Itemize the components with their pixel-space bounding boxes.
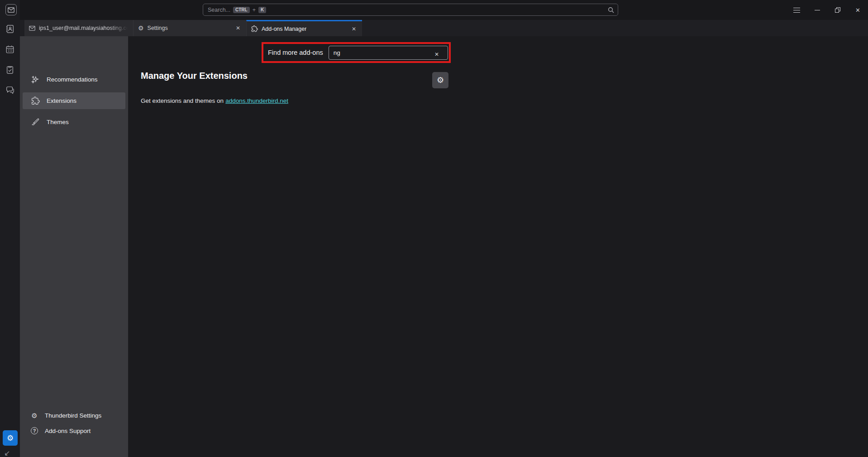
tab-label: Add-ons Manager	[262, 26, 306, 32]
mail-icon	[29, 26, 35, 31]
tab-bar: ips1_user@mail.malaysiahosting.com.m ⚙ S…	[20, 20, 868, 36]
hamburger-icon	[793, 8, 800, 13]
extensions-pane: Find more add-ons ✕ Manage Your Extensio…	[128, 36, 868, 457]
close-icon: ✕	[855, 7, 860, 13]
brush-icon	[30, 118, 40, 126]
k-key-badge: K	[258, 7, 266, 13]
tab-label: Settings	[148, 25, 168, 31]
restore-icon	[835, 7, 840, 13]
sidebar-item-recommendations[interactable]: Recommendations	[23, 71, 125, 88]
chat-space-button[interactable]	[5, 85, 15, 95]
footer-item-label: Thunderbird Settings	[45, 412, 101, 419]
address-book-icon	[5, 24, 14, 34]
global-search-bar[interactable]: Search... CTRL + K	[203, 4, 618, 16]
chat-icon	[5, 86, 14, 95]
tab-addons-manager[interactable]: Add-ons Manager ✕	[246, 20, 362, 36]
search-placeholder: Search...	[208, 7, 230, 13]
close-tab-icon[interactable]: ✕	[234, 24, 243, 33]
tab-settings[interactable]: ⚙ Settings ✕	[133, 20, 246, 36]
sidebar-item-extensions[interactable]: Extensions	[23, 92, 125, 109]
gear-icon: ⚙	[437, 76, 444, 84]
close-tab-icon[interactable]: ✕	[349, 24, 358, 34]
collapse-spaces-button[interactable]: ↙	[4, 450, 11, 457]
window-controls: ✕	[787, 0, 868, 20]
help-icon: ?	[30, 427, 38, 434]
sidebar-item-label: Recommendations	[47, 76, 98, 83]
gear-icon: ⚙	[30, 412, 38, 419]
sidebar-item-label: Extensions	[47, 97, 76, 104]
mail-icon	[8, 7, 14, 13]
ctrl-key-badge: CTRL	[233, 7, 250, 13]
close-window-button[interactable]: ✕	[848, 0, 868, 20]
settings-space-button[interactable]: ⚙	[3, 430, 18, 446]
addons-sidebar: Recommendations Extensions Themes ⚙ Thun…	[20, 36, 128, 457]
sparkle-icon	[30, 75, 40, 84]
puzzle-icon	[251, 25, 258, 32]
restore-button[interactable]	[827, 0, 848, 20]
clear-search-icon[interactable]: ✕	[433, 50, 441, 58]
gear-icon: ⚙	[138, 25, 144, 31]
thunderbird-addons-manager-window: ⚙ ↙ Search... CTRL + K ✕ ips1_u	[0, 0, 868, 457]
search-icon	[608, 7, 614, 13]
tab-label: ips1_user@mail.malaysiahosting.com.m	[39, 25, 129, 31]
tasks-space-button[interactable]	[5, 65, 15, 75]
plus-sign: +	[253, 7, 256, 13]
collapse-arrow-icon: ↙	[4, 450, 10, 457]
footer-item-label: Add-ons Support	[45, 428, 91, 434]
annotation-highlight-box: Find more add-ons ✕	[262, 42, 451, 63]
find-more-addons-label: Find more add-ons	[268, 49, 323, 56]
tools-for-all-addons-button[interactable]: ⚙	[432, 72, 448, 88]
tab-mail-account[interactable]: ips1_user@mail.malaysiahosting.com.m	[24, 20, 133, 36]
calendar-space-button[interactable]	[5, 44, 15, 54]
app-menu-button[interactable]	[787, 0, 807, 20]
addons-support-link[interactable]: ? Add-ons Support	[23, 424, 125, 438]
thunderbird-settings-link[interactable]: ⚙ Thunderbird Settings	[23, 409, 125, 422]
settings-gear-icon: ⚙	[7, 434, 14, 442]
puzzle-icon	[30, 96, 40, 105]
sidebar-footer: ⚙ Thunderbird Settings ? Add-ons Support	[20, 407, 128, 439]
sidebar-item-label: Themes	[47, 119, 69, 125]
address-book-space-button[interactable]	[5, 24, 15, 34]
addon-search-input[interactable]	[329, 46, 448, 60]
sidebar-item-themes[interactable]: Themes	[23, 114, 125, 130]
addons-manager-content: Recommendations Extensions Themes ⚙ Thun…	[20, 36, 868, 457]
minimize-button[interactable]	[807, 0, 827, 20]
spaces-toolbar: ⚙ ↙	[0, 0, 20, 457]
titlebar: Search... CTRL + K ✕	[20, 0, 868, 20]
mail-space-button[interactable]	[5, 4, 17, 15]
calendar-icon	[5, 45, 14, 54]
addons-thunderbird-net-link[interactable]: addons.thunderbird.net	[225, 97, 288, 104]
body-text: Get extensions and themes on	[141, 97, 224, 104]
minimize-icon	[815, 10, 820, 10]
page-title: Manage Your Extensions	[141, 71, 248, 81]
get-extensions-text: Get extensions and themes onaddons.thund…	[141, 97, 288, 104]
tasks-icon	[5, 65, 14, 74]
